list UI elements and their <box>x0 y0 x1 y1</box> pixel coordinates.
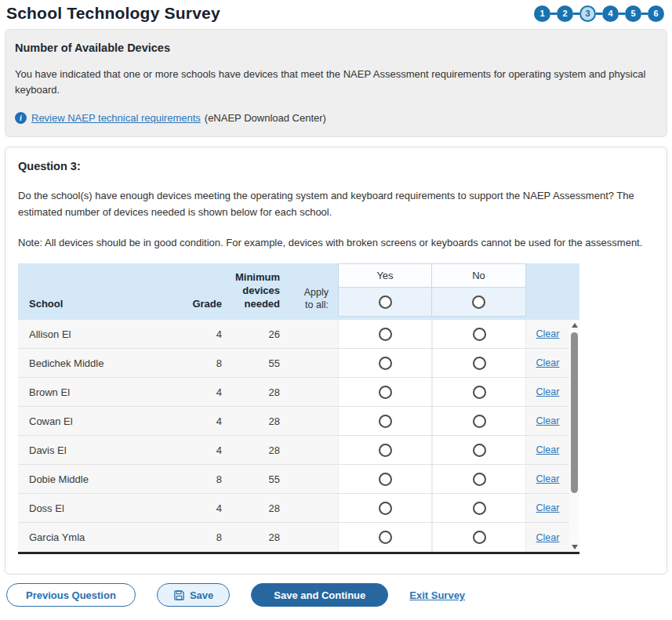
step-connector <box>550 13 557 15</box>
step-2[interactable]: 2 <box>557 5 573 22</box>
scroll-up-arrow-icon[interactable] <box>569 320 579 330</box>
clear-cell: Clear <box>526 494 569 522</box>
clear-link[interactable]: Clear <box>536 532 560 543</box>
grade-value: 4 <box>184 436 230 464</box>
devices-needed-value: 55 <box>230 465 292 493</box>
column-header-grade: Grade <box>184 263 230 320</box>
info-link-row: i Review NAEP technical requirements (eN… <box>15 112 657 124</box>
apply-label-line: to all: <box>304 299 329 311</box>
yes-cell <box>338 320 432 348</box>
apply-spacer-cell <box>292 523 338 552</box>
info-panel: Number of Available Devices You have ind… <box>5 29 667 137</box>
info-panel-body: You have indicated that one or more scho… <box>15 67 650 98</box>
yes-radio[interactable] <box>379 531 392 544</box>
save-and-continue-button[interactable]: Save and Continue <box>251 583 388 607</box>
clear-link[interactable]: Clear <box>536 357 560 368</box>
clear-cell: Clear <box>526 378 569 406</box>
exit-survey-link[interactable]: Exit Survey <box>409 589 465 601</box>
clear-link[interactable]: Clear <box>536 473 560 484</box>
yes-radio[interactable] <box>379 328 392 341</box>
apply-all-yes-radio[interactable] <box>379 295 392 309</box>
table-row: Garcia Ymla 8 28 Clear <box>18 523 579 552</box>
no-radio[interactable] <box>473 328 486 341</box>
step-6[interactable]: 6 <box>648 5 664 22</box>
footer-actions: Previous Question Save Save and Continue… <box>6 583 672 607</box>
apply-all-no-cell <box>432 288 525 316</box>
no-radio[interactable] <box>473 444 486 457</box>
no-radio[interactable] <box>473 473 486 486</box>
devices-header-line: needed <box>235 298 280 311</box>
table-row: Allison El 4 26 Clear <box>18 320 579 349</box>
previous-question-button[interactable]: Previous Question <box>6 583 136 607</box>
no-radio[interactable] <box>473 415 486 428</box>
no-radio[interactable] <box>473 502 486 515</box>
save-button-label: Save <box>190 589 213 601</box>
step-connector <box>596 13 602 15</box>
clear-cell: Clear <box>526 465 569 493</box>
step-5[interactable]: 5 <box>625 5 641 22</box>
table-scrollbar[interactable] <box>569 320 579 552</box>
no-cell <box>432 494 526 522</box>
step-1[interactable]: 1 <box>534 5 550 22</box>
devices-header-line: Minimum <box>235 271 280 285</box>
scrollbar-thumb[interactable] <box>571 332 578 493</box>
no-cell <box>432 378 526 406</box>
table-row: Davis El 4 28 Clear <box>18 436 579 465</box>
info-panel-heading: Number of Available Devices <box>15 42 657 54</box>
school-name: Doss El <box>18 494 184 522</box>
grade-value: 4 <box>184 494 230 522</box>
yes-column-header: Yes <box>338 263 432 317</box>
scroll-down-arrow-icon[interactable] <box>569 542 579 552</box>
question-card: Question 3: Do the school(s) have enough… <box>5 147 667 575</box>
clear-cell: Clear <box>526 523 569 552</box>
link-suffix-text: (eNAEP Download Center) <box>205 112 326 124</box>
devices-header-line: devices <box>235 285 280 298</box>
no-cell <box>432 523 526 552</box>
step-4[interactable]: 4 <box>602 5 619 22</box>
apply-spacer-cell <box>292 378 338 406</box>
yes-radio[interactable] <box>379 473 392 486</box>
table-row: Brown El 4 28 Clear <box>18 378 579 407</box>
yes-radio[interactable] <box>379 386 392 399</box>
no-radio[interactable] <box>473 357 486 370</box>
apply-spacer-cell <box>292 320 338 348</box>
apply-all-no-radio[interactable] <box>472 295 485 309</box>
no-cell <box>432 407 526 435</box>
table-header: School Grade Minimum devices needed Appl… <box>18 263 579 320</box>
yes-radio[interactable] <box>379 357 392 370</box>
grade-value: 4 <box>184 320 230 348</box>
grade-value: 4 <box>184 407 230 435</box>
apply-all-yes-cell <box>339 288 431 316</box>
step-3-current[interactable]: 3 <box>579 5 596 22</box>
scrollbar-track[interactable] <box>569 330 579 542</box>
no-radio[interactable] <box>473 531 486 544</box>
yes-radio[interactable] <box>379 444 392 457</box>
apply-spacer-cell <box>292 494 338 522</box>
no-cell <box>432 320 526 348</box>
yes-radio[interactable] <box>379 415 392 428</box>
clear-link[interactable]: Clear <box>536 386 560 397</box>
apply-spacer-cell <box>292 349 338 377</box>
yes-cell <box>338 349 432 377</box>
yes-radio[interactable] <box>379 502 392 515</box>
technical-requirements-link[interactable]: Review NAEP technical requirements <box>31 112 201 124</box>
apply-spacer-cell <box>292 407 338 435</box>
clear-link[interactable]: Clear <box>536 444 560 455</box>
clear-link[interactable]: Clear <box>536 328 560 339</box>
question-note: Note: All devices should be in good cond… <box>15 235 657 251</box>
school-name: Allison El <box>18 320 184 348</box>
no-radio[interactable] <box>473 386 486 399</box>
top-bar: School Technology Survey 123456 <box>0 0 672 27</box>
header-spacer <box>526 263 579 320</box>
clear-link[interactable]: Clear <box>536 415 560 426</box>
school-name: Garcia Ymla <box>18 523 184 552</box>
yes-cell <box>338 494 432 522</box>
devices-needed-value: 28 <box>230 523 292 552</box>
apply-label-line: Apply <box>304 286 329 299</box>
no-cell <box>432 465 526 493</box>
save-button[interactable]: Save <box>157 583 230 607</box>
school-name: Brown El <box>18 378 184 406</box>
school-name: Dobie Middle <box>18 465 184 493</box>
clear-link[interactable]: Clear <box>536 502 560 513</box>
clear-cell: Clear <box>526 320 569 348</box>
